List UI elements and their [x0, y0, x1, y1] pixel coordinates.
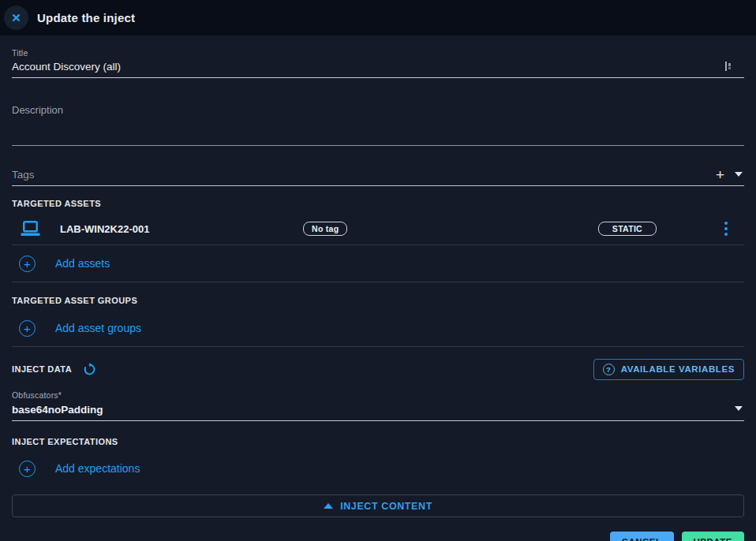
close-icon: ✕ — [11, 12, 21, 24]
obfuscators-select[interactable] — [12, 404, 744, 420]
inject-form: Title Description — [0, 48, 756, 541]
asset-name: LAB-WIN2K22-001 — [60, 223, 303, 235]
add-assets-button[interactable]: + Add assets — [12, 245, 744, 282]
add-asset-groups-button[interactable]: + Add asset groups — [12, 310, 744, 347]
form-actions: CANCEL UPDATE — [12, 532, 744, 541]
inject-data-section-title: INJECT DATA — [12, 364, 72, 374]
chevron-down-icon — [735, 172, 743, 177]
chevron-up-icon — [324, 503, 333, 509]
obfuscators-dropdown-button[interactable] — [735, 401, 743, 413]
inject-content-label: INJECT CONTENT — [340, 501, 432, 512]
inject-data-row: INJECT DATA ? AVAILABLE VARIABLES — [12, 358, 744, 380]
drawer-header: ✕ Update the inject — [0, 0, 756, 35]
title-label: Title — [12, 48, 744, 58]
asset-type-chip: STATIC — [598, 222, 657, 236]
asset-menu-button[interactable] — [724, 220, 728, 237]
title-input[interactable] — [12, 61, 744, 77]
inject-content-toggle[interactable]: INJECT CONTENT — [12, 494, 744, 517]
targeted-asset-groups-section-title: TARGETED ASSET GROUPS — [12, 296, 744, 305]
description-input[interactable] — [12, 118, 744, 145]
tags-input[interactable] — [12, 169, 744, 185]
obfuscators-field: Obfuscators* — [12, 390, 744, 421]
add-asset-groups-label: Add asset groups — [55, 322, 141, 334]
refresh-icon[interactable] — [83, 363, 96, 376]
close-button[interactable]: ✕ — [4, 6, 28, 30]
inject-expectations-section-title: INJECT EXPECTATIONS — [12, 437, 744, 446]
cancel-button[interactable]: CANCEL — [610, 532, 674, 541]
tags-dropdown-button[interactable] — [735, 167, 743, 179]
description-label: Description — [12, 104, 744, 116]
add-expectations-label: Add expectations — [55, 462, 140, 475]
drawer-title: Update the inject — [37, 11, 135, 24]
update-button[interactable]: UPDATE — [682, 532, 744, 541]
chevron-down-icon — [735, 406, 743, 411]
asset-row: LAB-WIN2K22-001 No tag STATIC — [12, 213, 744, 245]
tags-field: + — [12, 169, 744, 186]
add-tag-button[interactable]: + — [716, 168, 724, 181]
circle-plus-icon: + — [19, 320, 36, 337]
more-vert-icon — [724, 222, 728, 225]
add-assets-label: Add assets — [55, 257, 110, 270]
laptop-icon — [20, 220, 41, 237]
text-cursor-adornment-icon — [724, 61, 733, 72]
update-inject-drawer: ✕ Update the inject Title Description — [0, 0, 756, 541]
help-icon: ? — [603, 364, 615, 375]
circle-plus-icon: + — [19, 461, 36, 477]
targeted-assets-section-title: TARGETED ASSETS — [12, 199, 744, 208]
description-field: Description — [12, 104, 744, 146]
add-expectations-button[interactable]: + Add expectations — [12, 450, 744, 487]
asset-tag-chip: No tag — [303, 222, 347, 236]
available-variables-label: AVAILABLE VARIABLES — [621, 364, 735, 374]
obfuscators-label: Obfuscators* — [12, 390, 744, 400]
plus-icon: + — [716, 166, 724, 183]
title-field: Title — [12, 48, 744, 78]
circle-plus-icon: + — [19, 256, 36, 272]
available-variables-button[interactable]: ? AVAILABLE VARIABLES — [593, 359, 744, 380]
